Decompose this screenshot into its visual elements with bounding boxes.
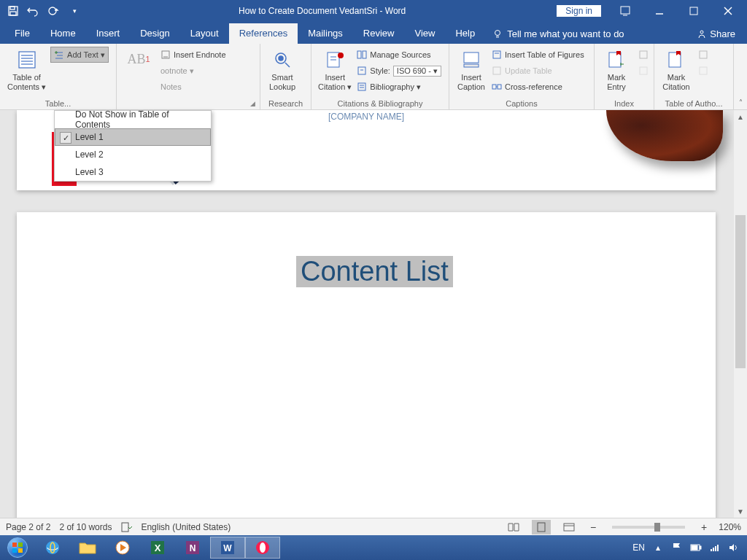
add-text-button[interactable]: Add Text ▾	[50, 47, 109, 63]
tab-file[interactable]: File	[4, 23, 40, 44]
bibliography-button[interactable]: Bibliography ▾	[354, 79, 444, 95]
volume-icon[interactable]	[728, 542, 740, 553]
next-footnote-button[interactable]: ootnote ▾	[158, 63, 229, 79]
style-icon	[357, 66, 367, 76]
bibliography-icon	[357, 82, 367, 92]
status-page[interactable]: Page 2 of 2	[6, 522, 50, 532]
tab-references[interactable]: References	[229, 23, 298, 44]
content-list-heading[interactable]: Content List	[296, 256, 453, 287]
tab-insert[interactable]: Insert	[86, 23, 131, 44]
svg-rect-46	[12, 542, 17, 547]
sign-in-button[interactable]: Sign in	[557, 5, 601, 17]
proofing-icon[interactable]	[120, 521, 132, 533]
window-title: How to Create Document VedantSri - Word	[88, 6, 557, 16]
scroll-down-icon[interactable]: ▼	[734, 505, 747, 518]
flag-icon[interactable]	[671, 542, 683, 553]
share-label: Share	[710, 28, 735, 39]
tab-help[interactable]: Help	[445, 23, 485, 44]
share-icon	[697, 29, 707, 39]
redo-icon[interactable]	[45, 2, 63, 20]
start-button[interactable]	[0, 535, 35, 560]
manage-sources-button[interactable]: Manage Sources	[354, 47, 444, 63]
footnotes-launcher-icon[interactable]: ◢	[250, 100, 258, 107]
style-value[interactable]: ISO 690 - ▾	[393, 66, 441, 77]
svg-rect-35	[498, 85, 501, 89]
citation-icon	[323, 48, 347, 71]
save-icon[interactable]	[4, 2, 22, 20]
share-button[interactable]: Share	[689, 24, 743, 44]
insert-index-button[interactable]	[635, 47, 651, 63]
zoom-level[interactable]: 120%	[719, 522, 741, 532]
qat-customize-icon[interactable]: ▾	[66, 2, 83, 20]
insert-citation-button[interactable]: Insert Citation ▾	[316, 47, 354, 93]
taskbar-explorer[interactable]	[70, 537, 105, 559]
group-citations: Insert Citation ▾ Manage Sources Style: …	[311, 44, 449, 109]
svg-rect-25	[358, 67, 365, 74]
table-of-contents-button[interactable]: Table of Contents ▾	[4, 47, 49, 93]
tab-mailings[interactable]: Mailings	[298, 23, 353, 44]
tray-up-icon[interactable]: ▴	[652, 542, 664, 553]
taskbar-excel[interactable]: X	[140, 537, 175, 559]
menu-item-level-2[interactable]: Level 2	[55, 146, 211, 163]
svg-rect-47	[18, 542, 23, 547]
zoom-slider-knob[interactable]	[654, 523, 660, 532]
svg-line-19	[285, 63, 290, 67]
cross-reference-button[interactable]: Cross-reference	[489, 79, 587, 95]
close-button[interactable]	[711, 1, 744, 21]
taskbar-onenote[interactable]: N	[175, 537, 210, 559]
mark-entry-button[interactable]: Mark Entry	[599, 47, 634, 93]
insert-toa-button[interactable]	[695, 47, 711, 63]
taskbar-media-player[interactable]	[105, 537, 140, 559]
page-2: Content List	[17, 212, 716, 518]
wifi-icon[interactable]	[709, 542, 721, 553]
zoom-out-button[interactable]: −	[587, 521, 599, 533]
tell-me-placeholder: Tell me what you want to do	[507, 28, 624, 39]
tell-me-search[interactable]: Tell me what you want to do	[485, 24, 631, 44]
tab-layout[interactable]: Layout	[180, 23, 229, 44]
wood-graphic	[606, 110, 723, 161]
web-layout-icon[interactable]	[560, 520, 578, 534]
insert-endnote-button[interactable]: Insert Endnote	[158, 47, 229, 63]
check-icon: ✓	[60, 132, 71, 144]
style-dropdown[interactable]: Style: ISO 690 - ▾	[354, 63, 444, 79]
scroll-up-icon[interactable]: ▲	[734, 110, 747, 123]
status-words[interactable]: 2 of 10 words	[59, 522, 112, 532]
insert-caption-button[interactable]: Insert Caption	[454, 47, 489, 93]
minimize-button[interactable]	[643, 1, 676, 21]
menu-item-level-1[interactable]: ✓ Level 1	[55, 128, 211, 146]
tab-home[interactable]: Home	[40, 23, 86, 44]
group-table-of-authorities: Mark Citation Table of Autho...	[654, 44, 734, 109]
print-layout-icon[interactable]	[532, 520, 551, 534]
insert-table-of-figures-button[interactable]: Insert Table of Figures	[489, 47, 587, 63]
status-language[interactable]: English (United States)	[141, 522, 231, 532]
svg-rect-24	[363, 51, 366, 58]
undo-icon[interactable]	[25, 2, 42, 20]
maximize-button[interactable]	[677, 1, 710, 21]
svg-rect-62	[700, 546, 701, 549]
taskbar-opera[interactable]	[245, 537, 280, 559]
insert-footnote-button[interactable]: AB1	[121, 47, 156, 74]
menu-item-level-3[interactable]: Level 3	[55, 163, 211, 181]
zoom-slider[interactable]	[612, 526, 685, 529]
tab-review[interactable]: Review	[353, 23, 405, 44]
insert-citation-label: Insert Citation ▾	[318, 73, 352, 92]
read-mode-icon[interactable]	[504, 520, 523, 534]
tray-language[interactable]: EN	[632, 542, 645, 553]
tab-design[interactable]: Design	[130, 23, 179, 44]
scroll-thumb[interactable]	[735, 215, 746, 368]
zoom-in-button[interactable]: +	[698, 521, 710, 533]
mark-citation-button[interactable]: Mark Citation	[659, 47, 694, 93]
show-notes-button[interactable]: Notes	[158, 79, 229, 95]
vertical-scrollbar[interactable]: ▲ ▼	[734, 110, 747, 518]
tab-view[interactable]: View	[404, 23, 445, 44]
collapse-ribbon-icon[interactable]: ˄	[734, 44, 747, 109]
update-toa-button	[695, 63, 711, 79]
taskbar-ie[interactable]	[35, 537, 70, 559]
svg-rect-33	[493, 67, 500, 74]
battery-icon[interactable]	[690, 542, 702, 553]
ribbon-display-icon[interactable]	[608, 1, 641, 21]
smart-lookup-button[interactable]: Smart Lookup	[265, 47, 300, 93]
menu-item-do-not-show[interactable]: Do Not Show in Table of Contents	[55, 111, 211, 128]
group-label-index: Index	[595, 99, 654, 109]
taskbar-word[interactable]: W	[210, 537, 245, 559]
